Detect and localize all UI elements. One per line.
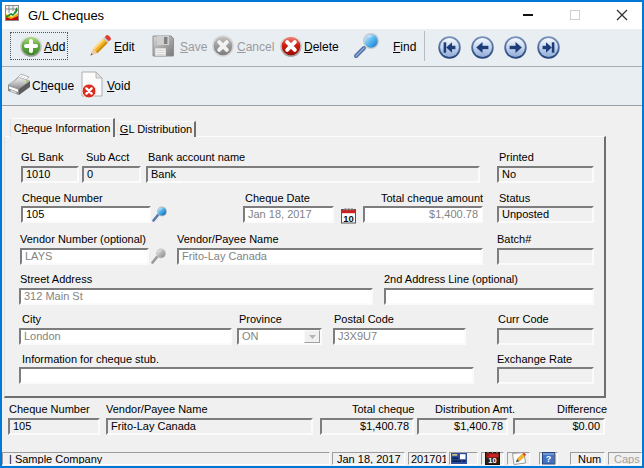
svg-text:10: 10 (343, 213, 354, 224)
svg-text:?: ? (546, 454, 552, 464)
svg-text:10: 10 (488, 456, 496, 465)
